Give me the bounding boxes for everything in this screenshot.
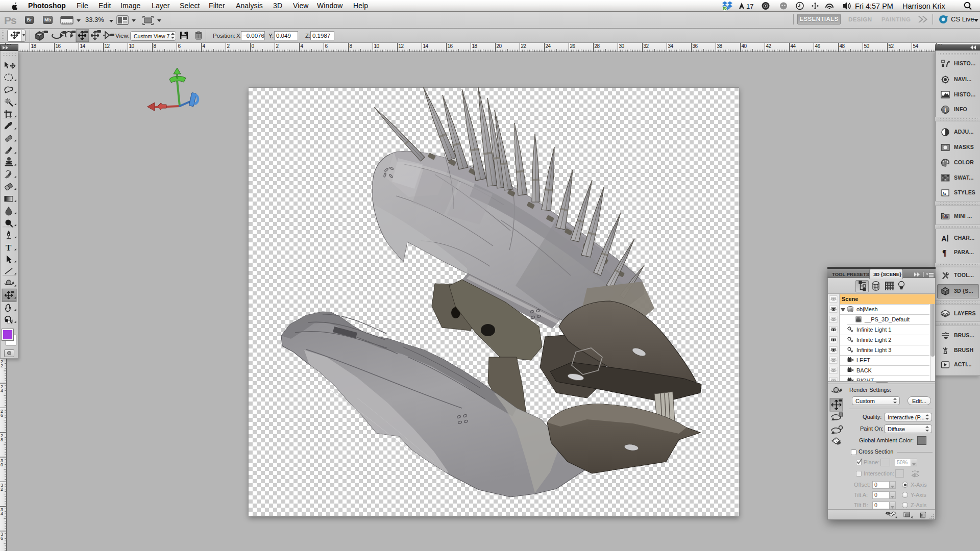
svg-text:Fri 4:57 PM: Fri 4:57 PM <box>855 2 893 10</box>
svg-text:Harrison Krix: Harrison Krix <box>902 2 946 10</box>
svg-text:17: 17 <box>746 3 753 10</box>
